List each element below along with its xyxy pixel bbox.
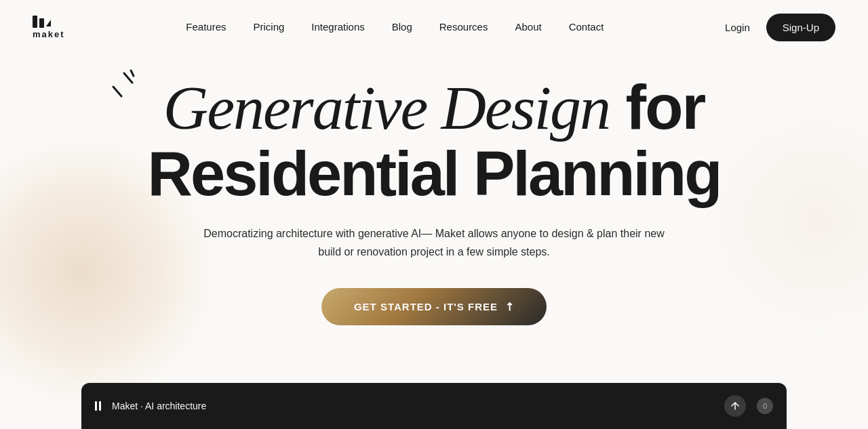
hero-title-line2: Residential Planning [148,141,721,207]
logo-icon [33,16,51,28]
cta-arrow-icon: ↗ [501,299,517,314]
video-bar: Maket · AI architecture 0 [81,383,787,429]
logo-bar-tall [33,16,37,28]
logo-text: maket [33,29,65,39]
logo[interactable]: maket [33,16,65,39]
video-share-button[interactable] [724,395,746,417]
hero-title-line1: Generative Design for [148,75,721,141]
nav-item-blog[interactable]: Blog [392,21,412,33]
cta-button[interactable]: GET STARTED - IT'S FREE ↗ [321,288,547,325]
nav-item-pricing[interactable]: Pricing [253,21,284,33]
hero-section: Generative Design for Residential Planni… [0,54,868,325]
video-title: Maket · AI architecture [112,401,713,411]
hero-italic-text: Generative Design [163,73,610,142]
login-button[interactable]: Login [725,22,750,33]
logo-bar-short [39,18,44,28]
nav-links: Features Pricing Integrations Blog Resou… [186,21,604,33]
nav-item-about[interactable]: About [515,21,541,33]
logo-arrow [46,20,51,26]
nav-item-integrations[interactable]: Integrations [311,21,364,33]
hero-subtitle: Democratizing architecture with generati… [197,225,671,261]
signup-button[interactable]: Sign-Up [766,14,835,41]
nav-item-contact[interactable]: Contact [569,21,604,33]
video-badge: 0 [757,398,773,414]
navbar: maket Features Pricing Integrations Blog… [0,0,868,54]
nav-item-features[interactable]: Features [186,21,226,33]
cta-label: GET STARTED - IT'S FREE [354,301,498,312]
video-play-button[interactable] [95,401,101,411]
nav-item-resources[interactable]: Resources [439,21,488,33]
video-pause-bar-1 [95,401,97,411]
hero-title: Generative Design for Residential Planni… [148,75,721,206]
video-pause-bar-2 [99,401,101,411]
hero-normal-text: for [610,73,705,142]
nav-actions: Login Sign-Up [725,14,835,41]
